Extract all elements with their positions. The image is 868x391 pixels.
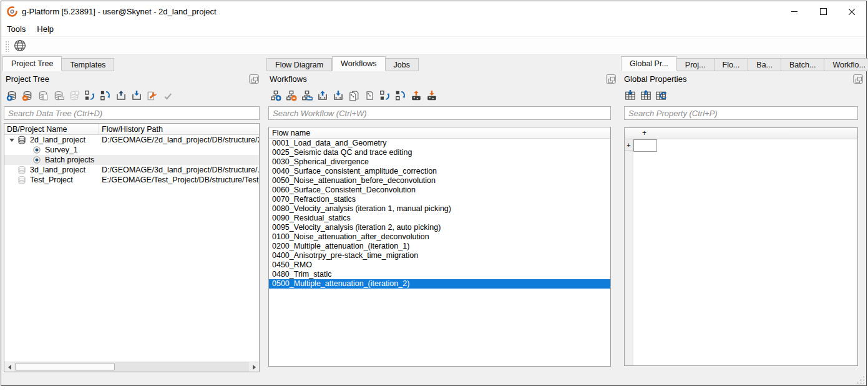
search-workflow-input[interactable] bbox=[268, 106, 611, 120]
project-tree-table: DB/Project Name Flow/History Path 2d_lan… bbox=[4, 123, 260, 372]
workflow-list-item[interactable]: 0001_Load_data_and_Geometry bbox=[269, 139, 610, 148]
workflow-list-item-selected[interactable]: 0500_Multiple_attenuation_(iteration_2) bbox=[269, 279, 610, 289]
workflow-list-item[interactable]: 0400_Anisotrpy_pre-stack_time_migration bbox=[269, 251, 610, 260]
scrollbar-thumb[interactable] bbox=[15, 363, 115, 370]
row-header-column bbox=[625, 139, 633, 365]
tab-batch-properties[interactable]: Batch... bbox=[781, 58, 824, 71]
menu-bar: Tools Help bbox=[1, 22, 866, 36]
table-arrow-down-icon[interactable] bbox=[623, 89, 636, 102]
close-button[interactable] bbox=[837, 1, 866, 22]
table-refresh-icon[interactable] bbox=[655, 89, 668, 102]
workflows-panel-header: Workflows bbox=[266, 71, 618, 87]
table-arrow-up-icon[interactable] bbox=[639, 89, 652, 102]
resize-grip[interactable] bbox=[856, 375, 864, 384]
property-cell[interactable] bbox=[633, 139, 657, 152]
dark-box-arrow-down-icon[interactable] bbox=[425, 89, 438, 102]
column-header-flow-history-path[interactable]: Flow/History Path bbox=[99, 124, 259, 134]
documents-copy-icon[interactable] bbox=[347, 89, 360, 102]
workflow-list-item[interactable]: 0050_Noise_attenuation_before_deconvolut… bbox=[269, 176, 610, 186]
globe-button[interactable] bbox=[12, 38, 27, 53]
maximize-icon bbox=[820, 8, 827, 15]
dark-box-arrow-up-icon[interactable] bbox=[409, 89, 422, 102]
workflow-list-item[interactable]: 0060_Surface_Consistent_Deconvolution bbox=[269, 186, 610, 195]
float-panel-button[interactable] bbox=[249, 74, 259, 84]
expand-arrow-icon[interactable] bbox=[7, 135, 17, 145]
workflow-list-item[interactable]: 0095_Velocity_analysis (iteration 2, aut… bbox=[269, 223, 610, 232]
workflow-list-item[interactable]: 0480_Trim_static bbox=[269, 270, 610, 279]
tree-item-label: Batch projects bbox=[45, 156, 94, 164]
maximize-button[interactable] bbox=[809, 1, 837, 22]
squares-refresh-ccw-icon[interactable] bbox=[83, 89, 96, 102]
search-data-tree-input[interactable] bbox=[4, 106, 260, 120]
squares-refresh-cw-icon[interactable] bbox=[99, 89, 112, 102]
box-arrow-up-nodes-icon[interactable] bbox=[316, 89, 329, 102]
box-arrow-down-nodes-icon[interactable] bbox=[331, 89, 344, 102]
database-closed-icon bbox=[17, 165, 27, 175]
table-row[interactable]: 2d_land_project D:/GEOMAGE/2d_land_proje… bbox=[4, 135, 259, 145]
search-property-input[interactable] bbox=[624, 106, 858, 120]
tab-label: Flo... bbox=[723, 61, 740, 69]
horizontal-scrollbar[interactable] bbox=[4, 362, 259, 372]
tab-project-properties[interactable]: Proj... bbox=[677, 58, 714, 71]
workflow-list-item[interactable]: 0040_Surface_consistent_amplitude_correc… bbox=[269, 167, 610, 176]
workflow-list-item[interactable]: 0100_Noise_attenuation_after_deconvoluti… bbox=[269, 232, 610, 242]
add-row-header[interactable]: + bbox=[625, 139, 633, 151]
workflow-list-item[interactable]: 0030_Spherical_divergence bbox=[269, 157, 610, 167]
squares-refresh-ccw-icon[interactable] bbox=[378, 89, 391, 102]
box-arrow-up-icon[interactable] bbox=[114, 89, 127, 102]
tab-label: Project Tree bbox=[11, 59, 53, 68]
document-nodes-icon[interactable] bbox=[363, 89, 376, 102]
tab-jobs[interactable]: Jobs bbox=[386, 58, 419, 71]
tab-ba-properties[interactable]: Ba... bbox=[748, 58, 781, 71]
tab-project-tree[interactable]: Project Tree bbox=[2, 56, 62, 71]
main-toolbar bbox=[1, 36, 866, 55]
tab-global-properties[interactable]: Global Pr... bbox=[621, 56, 677, 71]
globe-icon bbox=[14, 39, 26, 52]
workflow-list-item[interactable]: 0200_Multiple_attenuation_(iteration_1) bbox=[269, 242, 610, 251]
menu-tools[interactable]: Tools bbox=[1, 24, 31, 34]
flow-folder-icon[interactable] bbox=[300, 89, 313, 102]
wrench-document-icon[interactable] bbox=[145, 89, 158, 102]
tab-label: Workflows bbox=[341, 59, 376, 68]
table-row[interactable]: Batch projects bbox=[4, 155, 259, 165]
flow-plus-icon[interactable] bbox=[269, 89, 282, 102]
tab-flow-diagram[interactable]: Flow Diagram bbox=[266, 58, 332, 71]
database-x-icon bbox=[67, 89, 80, 102]
workflow-list-item[interactable]: 0070_Refraction_statics bbox=[269, 195, 610, 204]
toolbar-drag-handle[interactable] bbox=[4, 40, 9, 52]
panel-title: Project Tree bbox=[6, 74, 49, 84]
menu-help[interactable]: Help bbox=[31, 24, 59, 34]
workflow-list-item[interactable]: 0450_RMO bbox=[269, 260, 610, 270]
workflow-list-item[interactable]: 0090_Residual_statics bbox=[269, 214, 610, 223]
column-header-db-project-name[interactable]: DB/Project Name bbox=[4, 124, 99, 134]
properties-toolbar bbox=[621, 87, 865, 104]
workflow-list-item[interactable]: 0025_Seismic data QC and trace editing bbox=[269, 148, 610, 157]
flow-minus-icon[interactable] bbox=[285, 89, 298, 102]
tab-flow-properties[interactable]: Flo... bbox=[714, 58, 749, 71]
title-bar: g-Platform [5.23891] - user@Skynet - 2d_… bbox=[1, 1, 866, 22]
database-folder-icon[interactable] bbox=[52, 89, 65, 102]
float-panel-button[interactable] bbox=[853, 74, 863, 84]
table-row[interactable]: Test_Project E:/GEOMAGE/Test_Project/DB/… bbox=[4, 175, 259, 185]
scroll-left-button[interactable] bbox=[4, 362, 14, 372]
tab-workflow-properties[interactable]: Workflo... bbox=[824, 58, 868, 71]
workspace: Project Tree Templates Project Tree bbox=[1, 55, 866, 385]
add-column-header[interactable]: + bbox=[633, 128, 656, 139]
tree-item-path: D:/GEOMAGE/2d_land_project/DB/structure/… bbox=[99, 136, 259, 144]
box-arrow-down-icon[interactable] bbox=[130, 89, 143, 102]
table-row[interactable]: 3d_land_project D:/GEOMAGE/3d_land_proje… bbox=[4, 165, 259, 175]
float-panel-button[interactable] bbox=[606, 74, 616, 84]
tab-templates[interactable]: Templates bbox=[62, 58, 114, 71]
project-tree-toolbar bbox=[2, 87, 261, 104]
database-copy-icon[interactable] bbox=[36, 89, 49, 102]
workflow-list-header[interactable]: Flow name bbox=[269, 127, 610, 139]
workflow-list-item[interactable]: 0080_Velocity_analysis (iteration 1, man… bbox=[269, 204, 610, 214]
scroll-right-button[interactable] bbox=[249, 362, 259, 372]
minimize-button[interactable] bbox=[780, 1, 809, 22]
database-minus-icon[interactable] bbox=[21, 89, 34, 102]
table-row[interactable]: Survey_1 bbox=[4, 145, 259, 155]
tab-workflows[interactable]: Workflows bbox=[332, 56, 385, 71]
squares-refresh-cw-icon[interactable] bbox=[394, 89, 407, 102]
tab-label: Flow Diagram bbox=[275, 61, 323, 69]
database-plus-icon[interactable] bbox=[5, 89, 18, 102]
